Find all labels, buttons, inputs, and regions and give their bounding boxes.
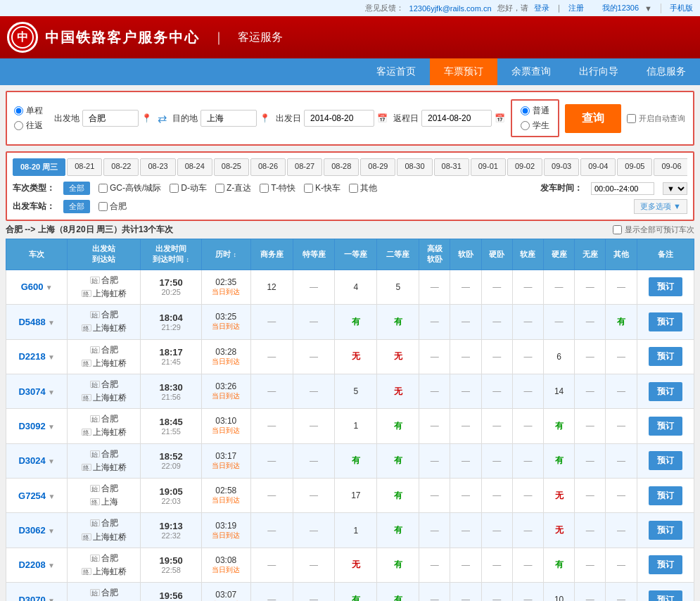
date-tab-17[interactable]: 09-06 xyxy=(654,158,687,176)
duration-sub: 当日到达 xyxy=(205,391,248,401)
book-button[interactable]: 预订 xyxy=(649,312,682,331)
train-dropdown[interactable]: ▼ xyxy=(48,388,55,396)
train-dropdown[interactable]: ▼ xyxy=(48,319,55,327)
date-tab-15[interactable]: 09-04 xyxy=(580,158,616,176)
date-tab-16[interactable]: 09-05 xyxy=(617,158,652,176)
wuzuo-seat: — xyxy=(575,305,606,339)
swap-button[interactable]: ⇄ xyxy=(158,112,167,125)
station-all-btn[interactable]: 全部 xyxy=(63,200,90,213)
book-button[interactable]: 预订 xyxy=(649,417,682,436)
nav-item-home[interactable]: 客运首页 xyxy=(362,58,430,85)
train-dropdown[interactable]: ▼ xyxy=(48,353,55,361)
login-link[interactable]: 登录 xyxy=(534,3,549,13)
filter-z[interactable]: Z-直达 xyxy=(215,182,251,194)
date-tab-0[interactable]: 08-20 周三 xyxy=(13,158,65,176)
filter-hefei[interactable]: 合肥 xyxy=(98,201,127,213)
date-tab-1[interactable]: 08-21 xyxy=(67,158,102,176)
nav-item-query[interactable]: 余票查询 xyxy=(497,58,565,85)
book-button[interactable]: 预订 xyxy=(649,277,682,296)
wuzuo-seat: — xyxy=(575,479,606,513)
book-button[interactable]: 预订 xyxy=(649,590,682,601)
book-button[interactable]: 预订 xyxy=(649,486,682,505)
date-tab-4[interactable]: 08-24 xyxy=(177,158,212,176)
times-cell: 19:5623:03 xyxy=(141,583,201,601)
train-dropdown[interactable]: ▼ xyxy=(48,597,55,601)
date-tab-13[interactable]: 09-02 xyxy=(507,158,542,176)
normal-ticket-radio[interactable]: 普通 xyxy=(521,105,549,117)
oneway-radio[interactable]: 单程 xyxy=(14,105,43,117)
time-range-input[interactable] xyxy=(591,182,654,195)
date-tab-11[interactable]: 08-31 xyxy=(434,158,469,176)
nav-item-guide[interactable]: 出行向导 xyxy=(565,58,632,85)
nav-item-info[interactable]: 信息服务 xyxy=(632,58,700,85)
date-tab-2[interactable]: 08-22 xyxy=(103,158,139,176)
filter-other[interactable]: 其他 xyxy=(349,182,377,194)
query-button[interactable]: 查询 xyxy=(565,104,621,133)
train-link[interactable]: D2208 xyxy=(18,559,45,570)
train-dropdown[interactable]: ▼ xyxy=(48,457,55,465)
date-tab-14[interactable]: 09-03 xyxy=(544,158,579,176)
date-tab-8[interactable]: 08-28 xyxy=(324,158,359,176)
auto-query-checkbox[interactable]: 开启自动查询 xyxy=(627,113,685,124)
return-date-input[interactable] xyxy=(421,110,492,127)
filter-d[interactable]: D-动车 xyxy=(170,182,207,194)
book-button[interactable]: 预订 xyxy=(649,382,682,401)
train-number-cell: D3024 ▼ xyxy=(6,443,68,478)
date-tab-5[interactable]: 08-25 xyxy=(214,158,249,176)
train-number-cell: D3092 ▼ xyxy=(6,409,68,443)
train-link[interactable]: D3070 xyxy=(18,595,45,601)
filter-gc[interactable]: GC-高铁/城际 xyxy=(98,182,161,194)
train-link[interactable]: D3074 xyxy=(18,386,45,397)
show-all-checkbox[interactable]: 显示全部可预订车次 xyxy=(613,224,694,235)
train-link[interactable]: G7254 xyxy=(18,491,46,501)
train-dropdown[interactable]: ▼ xyxy=(48,493,55,500)
more-options-btn[interactable]: 更多选项 ▼ xyxy=(634,199,687,214)
train-dropdown[interactable]: ▼ xyxy=(48,562,55,569)
date-tab-12[interactable]: 09-01 xyxy=(471,158,506,176)
yingwo-seat: — xyxy=(481,443,512,478)
yingwo-seat: — xyxy=(481,374,512,408)
filter-t[interactable]: T-特快 xyxy=(260,182,295,194)
my12306-link[interactable]: 我的12306 xyxy=(602,3,639,13)
date-tab-10[interactable]: 08-30 xyxy=(397,158,432,176)
nav-item-booking[interactable]: 车票预订 xyxy=(430,58,497,85)
sort-icon[interactable]: ↕ xyxy=(186,256,189,263)
filter-k[interactable]: K-快车 xyxy=(304,182,341,194)
train-link[interactable]: D3024 xyxy=(18,455,45,466)
ruanzuo-seat: — xyxy=(512,583,543,601)
book-button[interactable]: 预订 xyxy=(649,451,682,470)
train-link[interactable]: D2218 xyxy=(18,351,45,362)
train-dropdown[interactable]: ▼ xyxy=(48,527,55,535)
sort-icon-duration[interactable]: ↕ xyxy=(234,251,237,258)
train-link[interactable]: D3092 xyxy=(18,421,45,431)
date-tab-6[interactable]: 08-26 xyxy=(250,158,286,176)
train-number-cell: D3074 ▼ xyxy=(6,374,68,408)
feedback-email[interactable]: 12306yjfk@rails.com.cn xyxy=(409,4,492,13)
train-type-all-btn[interactable]: 全部 xyxy=(63,182,90,195)
train-dropdown[interactable]: ▼ xyxy=(48,423,55,431)
from-input[interactable] xyxy=(82,110,139,127)
train-dropdown[interactable]: ▼ xyxy=(46,284,53,291)
duration-time: 03:19 xyxy=(205,521,248,531)
date-tab-3[interactable]: 08-23 xyxy=(140,158,175,176)
date-tab-9[interactable]: 08-29 xyxy=(360,158,395,176)
to-input[interactable] xyxy=(201,110,257,127)
train-link[interactable]: D3062 xyxy=(18,525,45,536)
train-link[interactable]: G600 xyxy=(21,281,44,292)
book-button[interactable]: 预订 xyxy=(649,555,682,574)
duration-cell: 03:26当日到达 xyxy=(201,374,250,408)
gaoji-ruanwo-seat: — xyxy=(419,270,450,304)
register-link[interactable]: 注册 xyxy=(568,3,584,13)
roundtrip-radio[interactable]: 往返 xyxy=(14,120,43,132)
student-ticket-radio[interactable]: 学生 xyxy=(521,120,549,132)
book-button[interactable]: 预订 xyxy=(649,347,682,366)
dep-time: 17:50 xyxy=(144,277,198,288)
time-select[interactable]: ▼ xyxy=(663,182,687,195)
depart-date-input[interactable] xyxy=(304,110,374,127)
arr-time: 20:25 xyxy=(144,288,198,296)
date-tab-7[interactable]: 08-27 xyxy=(287,158,322,176)
train-link[interactable]: D5488 xyxy=(18,317,45,327)
dep-time: 19:13 xyxy=(144,521,198,531)
book-button[interactable]: 预订 xyxy=(649,521,682,540)
mobile-link[interactable]: 手机版 xyxy=(670,3,693,13)
